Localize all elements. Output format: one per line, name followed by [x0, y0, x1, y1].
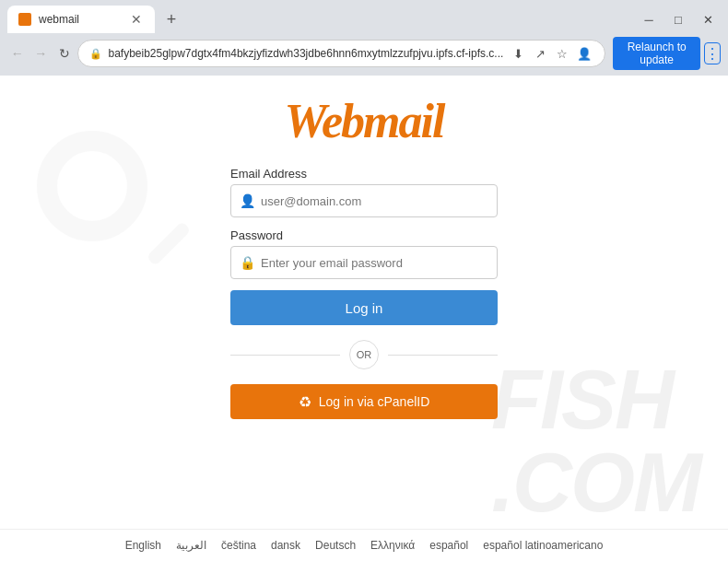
form-container: Webmail Email Address 👤 Password 🔒 [0, 76, 728, 419]
cpanel-button-label: Log in via cPanelID [319, 394, 430, 409]
login-button[interactable]: Log in [230, 290, 498, 325]
email-field-group: Email Address 👤 [230, 167, 498, 217]
password-field-group: Password 🔒 [230, 228, 498, 279]
login-button-label: Log in [346, 300, 383, 316]
browser-tab[interactable]: webmail ✕ [7, 6, 155, 33]
language-link[interactable]: English [125, 539, 161, 552]
share-icon[interactable]: ↗ [531, 44, 549, 63]
browser-menu-button[interactable]: ⋮ [704, 42, 721, 64]
close-window-button[interactable]: ✕ [695, 6, 721, 32]
tab-label: webmail [39, 13, 122, 26]
webmail-logo: Webmail [285, 94, 444, 148]
address-bar-row: ← → ↻ 🔒 bafybeib25glpw7dgtx4fm4bkzjyfizd… [0, 33, 728, 76]
url-text: bafybeib25glpw7dgtx4fm4bkzjyfizdwh33jdbe… [108, 47, 503, 60]
window-controls: ─ □ ✕ [636, 6, 721, 32]
language-link[interactable]: español latinoamericano [483, 539, 603, 552]
language-link[interactable]: español [429, 539, 468, 552]
refresh-button[interactable]: ↻ [54, 41, 74, 66]
title-bar: webmail ✕ + ─ □ ✕ [0, 0, 728, 33]
password-label: Password [230, 228, 498, 242]
maximize-button[interactable]: □ [665, 6, 691, 32]
minimize-button[interactable]: ─ [636, 6, 662, 32]
user-icon: 👤 [240, 193, 255, 208]
profile-icon[interactable]: 👤 [575, 44, 593, 63]
toolbar-actions: Relaunch to update ⋮ [613, 37, 721, 70]
address-icons: ⬇ ↗ ☆ 👤 [509, 44, 593, 63]
forward-button[interactable]: → [30, 41, 50, 66]
address-bar[interactable]: 🔒 bafybeib25glpw7dgtx4fm4bkzjyfizdwh33jd… [77, 40, 605, 67]
tab-close-button[interactable]: ✕ [129, 12, 144, 27]
or-text: OR [349, 340, 379, 369]
language-link[interactable]: Ελληνικά [370, 539, 415, 552]
language-link[interactable]: Deutsch [315, 539, 356, 552]
back-button[interactable]: ← [7, 41, 27, 66]
new-tab-button[interactable]: + [159, 6, 184, 32]
or-divider: OR [230, 340, 498, 369]
password-input[interactable] [230, 246, 498, 279]
lock-icon: 🔒 [89, 48, 102, 60]
language-bar: EnglishالعربيةčeštinadanskDeutschΕλληνικ… [0, 529, 728, 561]
language-link[interactable]: العربية [176, 539, 206, 552]
login-form: Email Address 👤 Password 🔒 Log in [230, 167, 498, 419]
bookmark-icon[interactable]: ☆ [553, 44, 571, 63]
email-input[interactable] [230, 184, 498, 217]
language-link[interactable]: čeština [221, 539, 256, 552]
download-icon[interactable]: ⬇ [509, 44, 527, 63]
or-line-right [388, 355, 498, 356]
page-content: FISH.COM Webmail Email Address 👤 Passwor… [0, 76, 728, 561]
password-input-wrapper: 🔒 [230, 246, 498, 279]
cpanel-login-button[interactable]: ♻ Log in via cPanelID [230, 384, 498, 419]
lock-field-icon: 🔒 [240, 255, 255, 270]
tab-favicon [18, 13, 31, 26]
relaunch-label: Relaunch to update [622, 41, 691, 66]
relaunch-button[interactable]: Relaunch to update [613, 37, 700, 70]
cpanel-icon: ♻ [299, 393, 311, 411]
logo-area: Webmail [285, 94, 444, 148]
email-label: Email Address [230, 167, 498, 181]
or-line-left [230, 355, 340, 356]
email-input-wrapper: 👤 [230, 184, 498, 217]
language-link[interactable]: dansk [271, 539, 300, 552]
browser-chrome: webmail ✕ + ─ □ ✕ ← → ↻ 🔒 bafybeib25glpw… [0, 0, 728, 76]
